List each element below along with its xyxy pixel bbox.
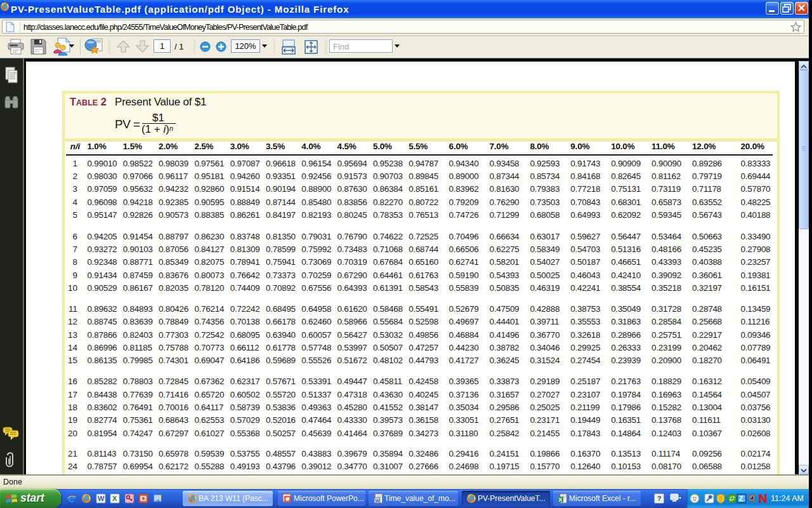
svg-text:X: X [112, 495, 117, 502]
svg-text:W: W [375, 498, 380, 504]
svg-text:X: X [559, 497, 563, 503]
svg-text:W: W [98, 495, 105, 502]
svg-text:Z: Z [739, 495, 743, 502]
